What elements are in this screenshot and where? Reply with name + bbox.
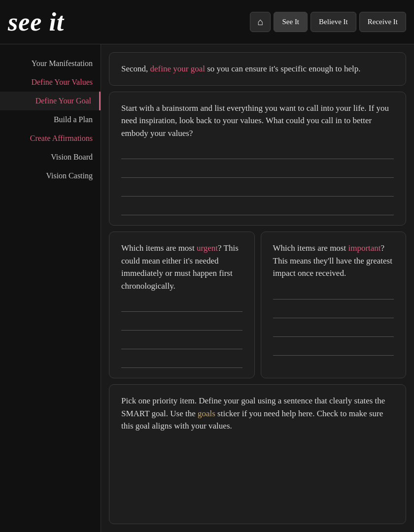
sidebar-item-create-affirmations[interactable]: Create Affirmations xyxy=(0,129,101,148)
main-content: Second, define your goal so you can ensu… xyxy=(101,44,414,532)
urgent-line-2[interactable] xyxy=(121,319,242,331)
brainstorm-card: Start with a brainstorm and list everyth… xyxy=(109,92,406,226)
brainstorm-lines xyxy=(121,147,394,215)
urgent-text-before: Which items are most xyxy=(121,243,197,253)
priority-columns: Which items are most urgent? This could … xyxy=(109,232,406,378)
brainstorm-line-3[interactable] xyxy=(121,185,394,197)
receive-it-tab[interactable]: Receive It xyxy=(359,12,406,32)
sidebar-item-vision-casting[interactable]: Vision Casting xyxy=(0,166,101,185)
card1-text-after: so you can ensure it's specific enough t… xyxy=(205,64,361,73)
sidebar: Your Manifestation Define Your Values De… xyxy=(0,44,101,532)
urgent-lines xyxy=(121,300,242,368)
important-line-3[interactable] xyxy=(273,325,394,337)
urgent-line-4[interactable] xyxy=(121,356,242,368)
smart-goal-card: Pick one priority item. Define your goal… xyxy=(109,384,406,524)
important-line-4[interactable] xyxy=(273,344,394,356)
urgent-highlight: urgent xyxy=(197,243,218,253)
brainstorm-line-2[interactable] xyxy=(121,166,394,178)
brainstorm-line-1[interactable] xyxy=(121,147,394,159)
sidebar-item-vision-board[interactable]: Vision Board xyxy=(0,148,101,166)
important-text: Which items are most important? This mea… xyxy=(273,242,394,280)
urgent-text: Which items are most urgent? This could … xyxy=(121,242,242,292)
important-lines xyxy=(273,288,394,356)
nav-tabs: ⌂ See It Believe It Receive It xyxy=(250,12,406,32)
sidebar-item-build-plan[interactable]: Build a Plan xyxy=(0,110,101,129)
home-tab[interactable]: ⌂ xyxy=(250,12,271,32)
urgent-line-1[interactable] xyxy=(121,300,242,312)
important-card: Which items are most important? This mea… xyxy=(261,232,407,378)
important-text-before: Which items are most xyxy=(273,243,348,253)
main-layout: Your Manifestation Define Your Values De… xyxy=(0,44,414,532)
card1-highlight: define your goal xyxy=(150,64,205,73)
urgent-line-3[interactable] xyxy=(121,337,242,349)
sidebar-item-define-values[interactable]: Define Your Values xyxy=(0,73,101,92)
define-goal-card: Second, define your goal so you can ensu… xyxy=(109,52,406,86)
important-line-2[interactable] xyxy=(273,306,394,318)
sidebar-item-your-manifestation[interactable]: Your Manifestation xyxy=(0,54,101,73)
believe-it-tab[interactable]: Believe It xyxy=(310,12,356,32)
important-line-1[interactable] xyxy=(273,288,394,299)
see-it-tab[interactable]: See It xyxy=(274,12,308,32)
important-highlight: important xyxy=(348,243,380,253)
urgent-card: Which items are most urgent? This could … xyxy=(109,232,255,378)
app-logo: see it xyxy=(8,7,250,36)
card2-text: Start with a brainstorm and list everyth… xyxy=(121,103,389,138)
smart-highlight: goals xyxy=(198,409,215,418)
app-header: see it ⌂ See It Believe It Receive It xyxy=(0,0,414,44)
brainstorm-line-4[interactable] xyxy=(121,203,394,215)
card1-text-before: Second, xyxy=(121,64,150,73)
sidebar-item-define-goal[interactable]: Define Your Goal xyxy=(0,92,101,110)
